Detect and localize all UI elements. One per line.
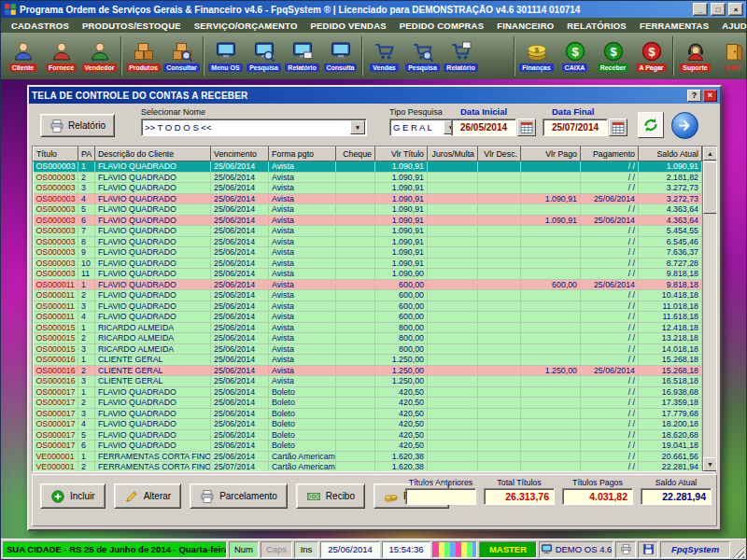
scrollbar-thumb[interactable] <box>703 161 717 214</box>
grid-row[interactable]: OS0000037FLAVIO QUADRADO25/06/2014Avista… <box>34 226 702 237</box>
cell-vencimento: 25/06/2014 <box>211 183 269 194</box>
cell-descricao-do-cliente: RICARDO ALMEIDA <box>95 343 211 355</box>
toolbar-button-a-pagar[interactable]: $A Pagar <box>632 40 670 72</box>
grid-row[interactable]: VE0000012FERRAMENTAS CORTA FINO25/07/201… <box>34 462 702 473</box>
grid-row[interactable]: OS0000034FLAVIO QUADRADO25/06/2014Avista… <box>34 193 702 204</box>
grid-row[interactable]: OS0000163CLIENTE GERAL25/06/2014Avista1.… <box>34 376 702 387</box>
toolbar-button-vendas[interactable]: Vendas <box>365 40 403 72</box>
cell-vlr-pago <box>521 269 581 280</box>
scroll-up-icon[interactable]: ▲ <box>703 147 717 161</box>
data-inicial-field[interactable]: 26/05/2014 <box>451 119 516 136</box>
menu-item-relatorios[interactable]: RELATÓRIOS <box>560 21 633 31</box>
toolbar-button-relatorio[interactable]: Relatório <box>283 40 321 72</box>
alterar-button[interactable]: Alterar <box>114 483 181 509</box>
toolbar-button-pesquisa-2[interactable]: Pesquisa <box>403 40 442 72</box>
grid-row[interactable]: OS0000033FLAVIO QUADRADO25/06/2014Avista… <box>34 183 702 194</box>
column-header-juros-multa: Juros/Multa <box>428 147 478 161</box>
data-final-field[interactable]: 25/07/2014 <box>543 119 608 136</box>
toolbar-button-suporte[interactable]: Suporte <box>676 40 714 72</box>
toolbar-button-menu-os[interactable]: Menu OS <box>206 40 245 72</box>
parcelamento-button[interactable]: Parcelamento <box>190 483 288 509</box>
person-red-icon <box>50 40 73 63</box>
toolbar-label: Cliente <box>9 63 36 72</box>
grid-row[interactable]: OS0000039FLAVIO QUADRADO25/06/2014Avista… <box>34 247 702 259</box>
select-name-combo[interactable]: >> T O D O S << ▼ <box>141 119 367 136</box>
cell-vencimento: 25/06/2014 <box>211 215 269 226</box>
toolbar-button-pesquisa[interactable]: Pesquisa <box>245 40 283 72</box>
grid-row[interactable]: OS0000172FLAVIO QUADRADO25/06/2014Boleto… <box>34 398 702 409</box>
refresh-button[interactable] <box>638 112 664 138</box>
grid-row[interactable]: OS0000173FLAVIO QUADRADO25/06/2014Boleto… <box>34 408 702 419</box>
column-header-saldo-atual: Saldo Atual <box>639 147 702 161</box>
toolbar-button-caixa[interactable]: $CAIXA <box>556 40 594 72</box>
menu-item-pedido-vendas[interactable]: PEDIDO VENDAS <box>304 21 393 31</box>
menu-item-produtos-estoque[interactable]: PRODUTOS/ESTOQUE <box>76 21 188 31</box>
cell-forma-pgto: Avista <box>269 376 336 387</box>
toolbar-button-relatorio-2[interactable]: Relatório <box>442 40 480 72</box>
scroll-down-icon[interactable]: ▼ <box>703 457 717 471</box>
menu-item-servico-orcamento[interactable]: SERVIÇO/ORÇAMENTO <box>188 21 304 31</box>
grid-row[interactable]: OS0000161CLIENTE GERAL25/06/2014Avista1.… <box>34 355 702 366</box>
report-button[interactable]: Relatório <box>40 114 115 137</box>
grid-row[interactable]: OS0000176FLAVIO QUADRADO25/06/2014Boleto… <box>34 441 702 452</box>
help-button[interactable]: ? <box>687 90 701 102</box>
chevron-down-icon[interactable]: ▼ <box>350 120 365 134</box>
grid-row[interactable]: OS0000113FLAVIO QUADRADO25/06/2014Avista… <box>34 301 702 312</box>
toolbar-button-produtos[interactable]: Produtos <box>124 40 162 72</box>
tipo-pesquisa-combo[interactable]: G E R A L ▼ <box>389 119 460 136</box>
grid-vertical-scrollbar[interactable]: ▲ ▼ <box>702 147 717 471</box>
toolbar-button-consultar[interactable]: Consultar <box>162 40 201 72</box>
minimize-button[interactable]: _ <box>693 3 708 16</box>
toolbar-button-exit[interactable]: EXIT <box>714 40 747 72</box>
menu-item-pedido-compras[interactable]: PEDIDO COMPRAS <box>393 21 490 31</box>
maximize-button[interactable]: □ <box>711 3 726 16</box>
grid-row[interactable]: OS0000038FLAVIO QUADRADO25/06/2014Avista… <box>34 236 702 247</box>
grid-row[interactable]: OS0000174FLAVIO QUADRADO25/06/2014Boleto… <box>34 419 702 430</box>
close-button[interactable]: × <box>728 3 743 16</box>
grid-row[interactable]: OS0000035FLAVIO QUADRADO25/06/2014Avista… <box>34 204 702 216</box>
toolbar-button-receber[interactable]: $Receber <box>594 40 632 72</box>
grid-row[interactable]: OS0000152RICARDO ALMEIDA25/06/2014Avista… <box>34 333 702 344</box>
cell-titulo: OS000011 <box>34 312 78 323</box>
grid-row[interactable]: OS0000112FLAVIO QUADRADO25/06/2014Avista… <box>34 290 702 301</box>
grid-row[interactable]: OS0000031FLAVIO QUADRADO25/06/2014Avista… <box>34 161 702 173</box>
grid-row[interactable]: OS0000111FLAVIO QUADRADO25/06/2014Avista… <box>34 279 702 290</box>
cell-forma-pgto: Boleto <box>269 441 336 452</box>
cell-cheque <box>336 258 375 269</box>
grid-row[interactable]: VE0000011FERRAMENTAS CORTA FINO25/06/201… <box>34 451 702 462</box>
grid-row[interactable]: OS00000311FLAVIO QUADRADO25/06/2014Avist… <box>34 269 702 280</box>
grid-row[interactable]: OS0000036FLAVIO QUADRADO25/06/2014Avista… <box>34 215 702 226</box>
toolbar-button-cliente[interactable]: Cliente <box>4 40 42 72</box>
calendar-icon <box>519 120 534 134</box>
cell-pagamento: / / <box>581 419 639 430</box>
grid-row[interactable]: OS0000162CLIENTE GERAL25/06/2014Avista1.… <box>34 365 702 376</box>
recibo-button[interactable]: Recibo <box>296 483 365 509</box>
cell-descricao-do-cliente: FERRAMENTAS CORTA FINO <box>95 451 211 462</box>
incluir-button[interactable]: Incluir <box>40 483 106 509</box>
grid-row[interactable]: OS00000310FLAVIO QUADRADO25/06/2014Avist… <box>34 258 702 269</box>
menu-item-cadastros[interactable]: CADASTROS <box>5 21 76 31</box>
resize-grip[interactable] <box>732 546 744 558</box>
toolbar-button-vendedor[interactable]: Vendedor <box>80 40 119 72</box>
data-inicial-calendar-button[interactable] <box>517 119 536 136</box>
toolbar-button-fornece[interactable]: Fornece <box>42 40 80 72</box>
grid-row[interactable]: OS0000151RICARDO ALMEIDA25/06/2014Avista… <box>34 322 702 333</box>
menu-item-ferramentas[interactable]: FERRAMENTAS <box>633 21 715 31</box>
cell-vlr-pago <box>521 398 581 409</box>
toolbar-button-consulta[interactable]: Consulta <box>321 40 359 72</box>
cell-vlr-titulo: 1.090,91 <box>375 258 428 269</box>
toolbar-button-financas[interactable]: $Finanças <box>517 40 556 72</box>
next-button[interactable] <box>671 112 698 139</box>
menu-item-financeiro[interactable]: FINANCEIRO <box>490 21 560 31</box>
grid-row[interactable]: OS0000153RICARDO ALMEIDA25/06/2014Avista… <box>34 343 702 355</box>
cell-pa: 3 <box>78 343 95 355</box>
contas-a-receber-window: TELA DE CONTROLE DO CONTAS A RECEBER ? ×… <box>27 85 722 531</box>
grid-row[interactable]: OS0000171FLAVIO QUADRADO25/06/2014Boleto… <box>34 386 702 398</box>
data-final-calendar-button[interactable] <box>609 119 627 136</box>
window-close-button[interactable]: × <box>703 90 717 102</box>
menu-item-ajuda[interactable]: AJUDA <box>715 21 747 31</box>
grid-row[interactable]: OS0000114FLAVIO QUADRADO25/06/2014Avista… <box>34 312 702 323</box>
grid-row[interactable]: OS0000032FLAVIO QUADRADO25/06/2014Avista… <box>34 172 702 183</box>
cell-vlr-desc <box>478 301 521 312</box>
grid-row[interactable]: OS0000175FLAVIO QUADRADO25/06/2014Boleto… <box>34 429 702 441</box>
